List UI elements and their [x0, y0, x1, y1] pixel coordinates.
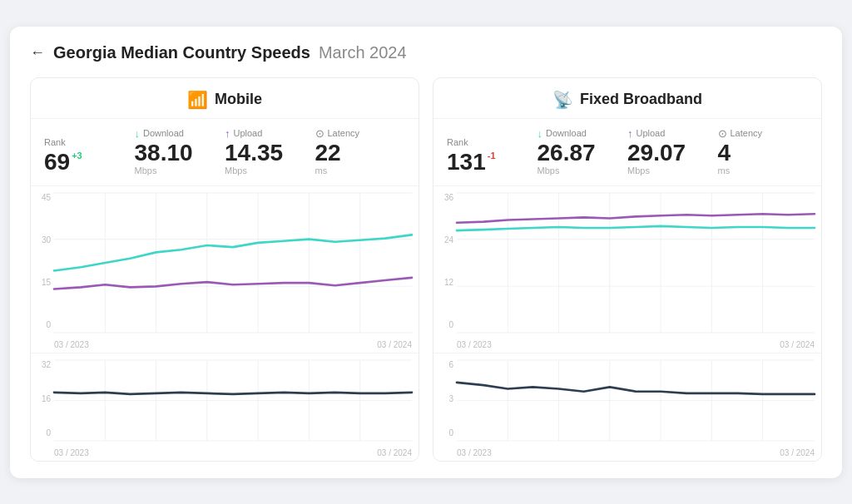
fixed-icon: 📡	[552, 90, 573, 110]
mobile-download-unit: Mbps	[135, 166, 157, 175]
fixed-latency-value: 4	[718, 141, 731, 165]
mobile-upload-stat: ↑ Upload 14.35 Mbps	[225, 127, 315, 175]
mobile-upload-value: 14.35	[225, 141, 283, 165]
mobile-chart-y-labels: 4530150	[32, 193, 51, 329]
fixed-rank-value: 131 -1	[447, 149, 496, 175]
fixed-rank-stat: Rank 131 -1	[447, 137, 537, 175]
fixed-download-label: ↓ Download	[537, 127, 587, 140]
fixed-speed-chart-x-labels: 03 / 2023 03 / 2024	[457, 340, 815, 349]
fixed-panel-header: 📡 Fixed Broadband	[433, 78, 821, 119]
mobile-upload-label: ↑ Upload	[225, 127, 262, 140]
mobile-latency-unit: ms	[315, 166, 328, 175]
mobile-latency-value: 22	[315, 141, 341, 165]
download-icon: ↓	[135, 127, 141, 140]
mobile-latency-y-labels: 32160	[32, 360, 51, 437]
fixed-speed-chart: 3624120	[433, 186, 821, 353]
fixed-rank-change: -1	[488, 151, 496, 161]
fixed-panel: 📡 Fixed Broadband Rank 131 -1 ↓ Dow	[433, 77, 822, 462]
mobile-rank-stat: Rank 69 +3	[44, 137, 135, 175]
fixed-upload-value: 29.07	[627, 141, 686, 165]
fixed-upload-icon: ↑	[627, 127, 633, 140]
fixed-download-value: 26.87	[537, 141, 596, 165]
fixed-upload-unit: Mbps	[627, 166, 650, 175]
mobile-speed-svg	[54, 193, 412, 333]
mobile-panel-title: Mobile	[215, 91, 262, 108]
mobile-stats-row: Rank 69 +3 ↓ Download 38.10 Mbps	[31, 119, 419, 186]
back-button[interactable]: ←	[30, 44, 45, 62]
fixed-latency-stat: ⊙ Latency 4 ms	[718, 127, 809, 175]
upload-icon: ↑	[225, 127, 230, 140]
fixed-latency-icon: ⊙	[718, 127, 727, 140]
mobile-rank-value: 69 +3	[44, 149, 82, 175]
mobile-download-label: ↓ Download	[135, 127, 184, 140]
fixed-upload-label: ↑ Upload	[627, 127, 665, 140]
fixed-latency-svg-wrap	[457, 360, 815, 441]
fixed-stats-row: Rank 131 -1 ↓ Download 26.87 Mbps	[433, 119, 821, 186]
page-subtitle: March 2024	[319, 43, 407, 62]
fixed-latency-label: ⊙ Latency	[718, 127, 763, 140]
mobile-latency-chart: 32160	[31, 353, 419, 461]
page-title: Georgia Median Country Speeds	[53, 43, 310, 62]
mobile-speed-chart: 4530150	[31, 186, 419, 353]
mobile-speed-chart-x-labels: 03 / 2023 03 / 2024	[54, 340, 412, 349]
fixed-latency-y-labels: 630	[435, 360, 453, 437]
mobile-upload-unit: Mbps	[225, 166, 247, 175]
fixed-latency-chart-x-labels: 03 / 2023 03 / 2024	[457, 448, 815, 457]
fixed-download-icon: ↓	[537, 127, 543, 140]
mobile-download-stat: ↓ Download 38.10 Mbps	[135, 127, 225, 175]
mobile-latency-label: ⊙ Latency	[315, 127, 360, 140]
mobile-latency-svg	[54, 360, 412, 441]
fixed-chart-svg-wrap	[457, 193, 815, 333]
fixed-panel-title: Fixed Broadband	[580, 91, 702, 108]
mobile-latency-chart-x-labels: 03 / 2023 03 / 2024	[54, 448, 412, 457]
page-header: ← Georgia Median Country Speeds March 20…	[30, 43, 822, 62]
mobile-panel: 📶 Mobile Rank 69 +3 ↓ Download	[30, 77, 419, 462]
fixed-rank-label: Rank	[447, 137, 468, 147]
mobile-latency-stat: ⊙ Latency 22 ms	[315, 127, 406, 175]
fixed-latency-chart: 630	[433, 353, 821, 461]
main-container: ← Georgia Median Country Speeds March 20…	[10, 27, 842, 478]
mobile-chart-svg-wrap	[54, 193, 412, 333]
fixed-download-unit: Mbps	[537, 166, 560, 175]
mobile-download-value: 38.10	[135, 141, 193, 165]
latency-icon: ⊙	[315, 127, 324, 140]
fixed-upload-stat: ↑ Upload 29.07 Mbps	[627, 127, 718, 175]
mobile-rank-change: +3	[72, 151, 82, 161]
fixed-download-stat: ↓ Download 26.87 Mbps	[537, 127, 628, 175]
fixed-latency-svg	[457, 360, 815, 441]
mobile-icon: 📶	[187, 90, 208, 110]
mobile-rank-label: Rank	[44, 137, 66, 147]
fixed-latency-unit: ms	[718, 166, 731, 175]
mobile-latency-svg-wrap	[54, 360, 412, 441]
fixed-chart-y-labels: 3624120	[435, 193, 453, 329]
panels-container: 📶 Mobile Rank 69 +3 ↓ Download	[30, 77, 822, 462]
fixed-speed-svg	[457, 193, 815, 333]
mobile-panel-header: 📶 Mobile	[31, 78, 419, 119]
